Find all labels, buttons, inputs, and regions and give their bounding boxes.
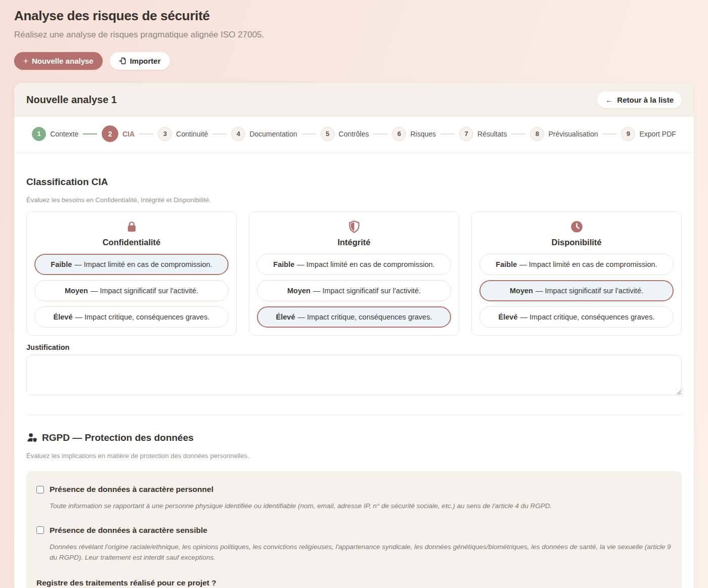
new-analysis-button[interactable]: + Nouvelle analyse	[14, 52, 103, 70]
step-label: CIA	[122, 130, 135, 138]
stepper-step-risques[interactable]: 6Risques	[392, 127, 436, 141]
stepper-step-cia[interactable]: 2CIA	[102, 125, 135, 142]
cia-card-title: Disponibilité	[479, 238, 674, 247]
cia-card-title: Confidentialité	[34, 238, 229, 247]
stepper-step-contexte[interactable]: 1Contexte	[32, 127, 78, 141]
step-label: Risques	[410, 130, 436, 138]
rgpd-subheading: Évaluez les implications en matière de p…	[26, 452, 682, 460]
stepper-connector	[440, 133, 455, 134]
cia-option-intégrité-élevé[interactable]: Élevé— Impact critique, conséquences gra…	[257, 306, 451, 328]
step-number: 1	[32, 127, 46, 141]
rgpd-checkbox-label[interactable]: Présence de données à caractère personne…	[50, 485, 213, 494]
justification-label: Justification	[26, 343, 682, 351]
step-number: 3	[158, 127, 172, 141]
stepper: 1Contexte2CIA3Continuité4Documentation5C…	[14, 117, 694, 153]
rgpd-checkbox-description: Toute information se rapportant à une pe…	[50, 501, 672, 512]
step-label: Résultats	[477, 130, 507, 138]
step-label: Documentation	[249, 130, 297, 138]
page-subtitle: Réalisez une analyse de risques pragmati…	[14, 30, 694, 40]
top-buttons: + Nouvelle analyse Importer	[14, 52, 694, 70]
section-divider	[26, 415, 682, 415]
cia-card-title: Intégrité	[257, 238, 451, 247]
lock-icon	[34, 220, 229, 234]
cia-option-disponibilité-moyen[interactable]: Moyen— Impact significatif sur l'activit…	[479, 280, 674, 301]
rgpd-checkboxes: Présence de données à caractère personne…	[36, 485, 672, 563]
step-label: Export PDF	[639, 130, 676, 138]
new-analysis-label: Nouvelle analyse	[32, 57, 94, 65]
stepper-connector	[212, 133, 227, 134]
step-number: 4	[231, 127, 245, 141]
rgpd-checkbox-row: Présence de données à caractère personne…	[36, 485, 672, 494]
analysis-card: Nouvelle analyse 1 ← Retour à la liste 1…	[14, 83, 694, 588]
step-content: Classification CIA Évaluez les besoins e…	[14, 153, 694, 588]
cia-card-intégrité: IntégritéFaible— Impact limité en cas de…	[249, 211, 459, 336]
back-to-list-label: Retour à la liste	[617, 96, 674, 104]
rgpd-checkbox-1[interactable]	[36, 526, 44, 534]
clock-icon	[479, 220, 674, 234]
cia-option-disponibilité-faible[interactable]: Faible— Impact limité en cas de compromi…	[479, 254, 674, 275]
rgpd-checkbox-row: Présence de données à caractère sensible	[36, 526, 672, 535]
stepper-step-contrôles[interactable]: 5Contrôles	[321, 127, 369, 141]
analysis-title: Nouvelle analyse 1	[26, 94, 117, 106]
rgpd-checkbox-label[interactable]: Présence de données à caractère sensible	[50, 526, 207, 535]
plus-icon: +	[23, 57, 28, 65]
cia-card-confidentialité: ConfidentialitéFaible— Impact limité en …	[26, 211, 237, 336]
cia-grid: ConfidentialitéFaible— Impact limité en …	[26, 211, 682, 336]
cia-section-subheading: Évaluez les besoins en Confidentialité, …	[26, 196, 682, 204]
import-label: Importer	[130, 57, 161, 65]
rgpd-heading: RGPD — Protection des données	[42, 432, 194, 443]
rgpd-heading-row: RGPD — Protection des données	[26, 432, 682, 443]
back-to-list-button[interactable]: ← Retour à la liste	[597, 92, 682, 108]
stepper-step-prévisualisation[interactable]: 8Prévisualisation	[530, 127, 598, 141]
cia-option-confidentialité-moyen[interactable]: Moyen— Impact significatif sur l'activit…	[34, 280, 229, 301]
step-number: 2	[102, 125, 118, 142]
cia-option-intégrité-faible[interactable]: Faible— Impact limité en cas de compromi…	[257, 254, 451, 275]
cia-option-confidentialité-faible[interactable]: Faible— Impact limité en cas de compromi…	[34, 254, 229, 275]
analysis-card-header: Nouvelle analyse 1 ← Retour à la liste	[14, 83, 694, 117]
rgpd-panel: Présence de données à caractère personne…	[26, 471, 682, 588]
cia-option-disponibilité-élevé[interactable]: Élevé— Impact critique, conséquences gra…	[479, 306, 674, 328]
stepper-step-continuité[interactable]: 3Continuité	[158, 127, 208, 141]
stepper-connector	[602, 133, 616, 134]
person-shield-icon	[26, 432, 38, 443]
rgpd-checkbox-description: Données révélant l'origine raciale/ethni…	[50, 541, 672, 563]
cia-option-intégrité-moyen[interactable]: Moyen— Impact significatif sur l'activit…	[257, 280, 451, 301]
cia-section-heading: Classification CIA	[26, 176, 682, 188]
rgpd-checkbox-0[interactable]	[36, 486, 44, 493]
step-number: 7	[459, 127, 473, 141]
arrow-left-icon: ←	[605, 96, 613, 104]
cia-card-disponibilité: DisponibilitéFaible— Impact limité en ca…	[471, 211, 682, 336]
step-label: Prévisualisation	[548, 130, 598, 138]
stepper-connector	[139, 133, 153, 134]
step-number: 9	[621, 127, 635, 141]
stepper-step-export-pdf[interactable]: 9Export PDF	[621, 127, 676, 141]
page: Analyse des risques de sécurité Réalisez…	[0, 0, 708, 588]
stepper-connector	[83, 133, 97, 134]
cia-option-confidentialité-élevé[interactable]: Élevé— Impact critique, conséquences gra…	[34, 306, 229, 328]
page-title: Analyse des risques de sécurité	[14, 8, 694, 24]
step-number: 6	[392, 127, 406, 141]
step-label: Continuité	[176, 130, 208, 138]
stepper-step-documentation[interactable]: 4Documentation	[231, 127, 297, 141]
import-icon	[119, 57, 126, 65]
stepper-connector	[511, 133, 525, 134]
shield-icon	[257, 220, 451, 234]
step-number: 5	[321, 127, 335, 141]
step-label: Contrôles	[339, 130, 369, 138]
stepper-connector	[302, 133, 316, 134]
stepper-connector	[373, 133, 387, 134]
justification-textarea[interactable]	[26, 355, 682, 395]
step-label: Contexte	[50, 130, 78, 138]
step-number: 8	[530, 127, 544, 141]
register-label: Registre des traitements réalisé pour ce…	[36, 578, 672, 587]
import-button[interactable]: Importer	[110, 52, 170, 70]
stepper-step-résultats[interactable]: 7Résultats	[459, 127, 507, 141]
